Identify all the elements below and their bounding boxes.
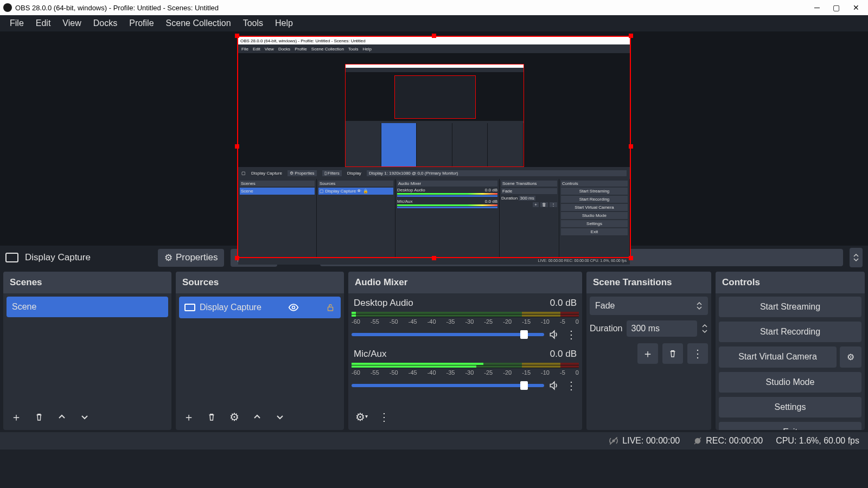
channel-menu-button[interactable]: ⋮ [564, 327, 579, 342]
source-move-up-button[interactable] [247, 407, 267, 427]
controls-dock: Controls Start Streaming Start Recording… [716, 272, 865, 430]
sources-dock: Sources Display Capture ＋ ⚙ [176, 272, 344, 430]
gear-icon: ⚙ [164, 252, 173, 264]
channel-name: Mic/Aux [354, 349, 386, 359]
svg-rect-1 [328, 307, 333, 311]
resize-handle-ne[interactable] [629, 34, 633, 38]
scenes-header: Scenes [3, 272, 171, 293]
volume-slider[interactable] [352, 333, 544, 336]
resize-handle-se[interactable] [629, 256, 633, 260]
resize-handle-sw[interactable] [235, 256, 239, 260]
mixer-menu-button[interactable]: ⋮ [374, 407, 394, 427]
resize-handle-s[interactable] [432, 256, 436, 260]
menu-scene-collection[interactable]: Scene Collection [161, 16, 237, 30]
audio-meter [352, 363, 579, 368]
studio-mode-button[interactable]: Studio Mode [719, 372, 861, 393]
audio-channel-desktop: Desktop Audio 0.0 dB -60-55-50-45-40-35-… [352, 297, 579, 342]
slider-thumb[interactable] [520, 330, 528, 339]
menu-help[interactable]: Help [270, 16, 298, 30]
close-icon[interactable]: ✕ [853, 3, 859, 12]
audio-mixer-header: Audio Mixer [348, 272, 582, 293]
visibility-toggle-icon[interactable] [288, 302, 299, 313]
status-bar: LIVE: 00:00:00 REC: 00:00:00 CPU: 1.6%, … [0, 432, 868, 450]
meter-ticks: -60-55-50-45-40-35-30-25-20-15-10-50 [352, 317, 579, 326]
minimize-icon[interactable]: ─ [814, 3, 820, 12]
channel-name: Desktop Audio [354, 298, 413, 309]
start-streaming-button[interactable]: Start Streaming [719, 297, 861, 317]
transitions-header: Scene Transitions [586, 272, 711, 293]
controls-header: Controls [716, 272, 865, 293]
window-title: OBS 28.0.0 (64-bit, windows) - Profile: … [15, 4, 814, 12]
preview-canvas[interactable]: OBS 28.0.0 (64-bit, windows) - Profile: … [0, 31, 868, 246]
scene-transitions-dock: Scene Transitions Fade Duration 300 ms ＋… [586, 272, 711, 430]
menu-profile[interactable]: Profile [124, 16, 159, 30]
duration-input[interactable]: 300 ms [627, 320, 697, 337]
meter-ticks: -60-55-50-45-40-35-30-25-20-15-10-50 [352, 368, 579, 377]
virtual-camera-settings-button[interactable]: ⚙ [840, 346, 861, 368]
resize-handle-nw[interactable] [235, 34, 239, 38]
rec-status: REC: 00:00:00 [693, 436, 763, 446]
live-status: LIVE: 00:00:00 [608, 435, 680, 446]
exit-button[interactable]: Exit [719, 422, 861, 430]
audio-meter [352, 312, 579, 317]
current-source-name: Display Capture [25, 252, 91, 263]
display-icon [5, 253, 18, 262]
duration-label: Duration [590, 324, 622, 333]
start-virtual-camera-button[interactable]: Start Virtual Camera [719, 346, 837, 368]
window-titlebar: OBS 28.0.0 (64-bit, windows) - Profile: … [0, 0, 868, 15]
menu-file[interactable]: File [4, 16, 29, 30]
maximize-icon[interactable]: ▢ [833, 3, 840, 12]
audio-channel-mic: Mic/Aux 0.0 dB -60-55-50-45-40-35-30-25-… [352, 348, 579, 393]
record-icon [693, 436, 703, 446]
broadcast-icon [608, 435, 619, 446]
channel-level: 0.0 dB [550, 298, 577, 309]
display-spinner[interactable] [850, 248, 863, 267]
menu-docks[interactable]: Docks [88, 16, 123, 30]
menu-tools[interactable]: Tools [238, 16, 269, 30]
add-source-button[interactable]: ＋ [179, 407, 199, 427]
svg-point-0 [292, 306, 295, 309]
scene-move-down-button[interactable] [75, 407, 94, 427]
add-transition-button[interactable]: ＋ [637, 343, 658, 364]
volume-slider[interactable] [352, 384, 544, 387]
remove-source-button[interactable] [202, 407, 221, 427]
menu-edit[interactable]: Edit [30, 16, 56, 30]
remove-scene-button[interactable] [29, 407, 49, 427]
speaker-icon[interactable] [548, 329, 559, 340]
lock-toggle-icon[interactable] [326, 303, 335, 312]
resize-handle-e[interactable] [629, 144, 633, 149]
main-menubar: File Edit View Docks Profile Scene Colle… [0, 15, 868, 31]
duration-spinner[interactable] [701, 323, 708, 335]
add-scene-button[interactable]: ＋ [7, 407, 26, 427]
resize-handle-n[interactable] [432, 34, 436, 38]
properties-button[interactable]: ⚙ Properties [158, 249, 224, 267]
cpu-status: CPU: 1.6%, 60.00 fps [776, 436, 859, 446]
menu-view[interactable]: View [57, 16, 86, 30]
channel-menu-button[interactable]: ⋮ [564, 378, 579, 393]
source-move-down-button[interactable] [270, 407, 290, 427]
speaker-icon[interactable] [548, 380, 559, 391]
scenes-dock: Scenes Scene ＋ [3, 272, 171, 430]
slider-thumb[interactable] [520, 381, 528, 390]
source-item[interactable]: Display Capture [179, 297, 341, 318]
audio-mixer-dock: Audio Mixer Desktop Audio 0.0 dB [348, 272, 582, 430]
transition-menu-button[interactable]: ⋮ [687, 343, 708, 364]
display-icon [184, 304, 195, 311]
settings-button[interactable]: Settings [719, 397, 861, 418]
channel-level: 0.0 dB [550, 349, 577, 359]
start-recording-button[interactable]: Start Recording [719, 322, 861, 342]
scene-item[interactable]: Scene [7, 297, 168, 317]
transition-select[interactable]: Fade [590, 297, 708, 315]
scene-move-up-button[interactable] [52, 407, 72, 427]
selection-bounds[interactable] [237, 36, 631, 258]
resize-handle-w[interactable] [235, 144, 239, 149]
remove-transition-button[interactable] [662, 343, 683, 364]
sources-header: Sources [176, 272, 344, 293]
obs-app-icon [3, 3, 12, 12]
source-properties-button[interactable]: ⚙ [225, 407, 244, 427]
mixer-advanced-button[interactable]: ⚙▾ [352, 407, 371, 427]
